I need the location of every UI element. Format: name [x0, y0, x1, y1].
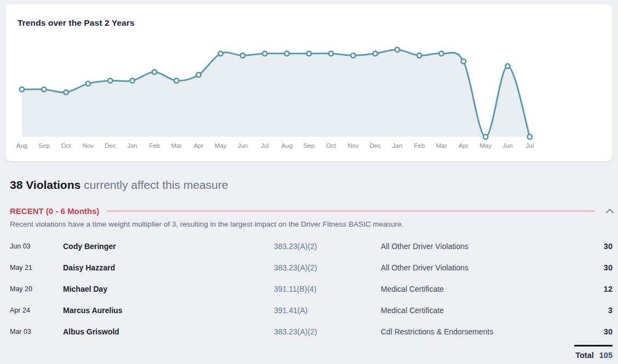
x-axis-label: Nov — [347, 142, 359, 149]
section-divider — [107, 210, 595, 212]
violation-points: 30 — [563, 327, 613, 336]
violation-category: Cdl Restrictions & Endorsements — [381, 327, 563, 336]
data-point-aug-12[interactable] — [284, 51, 289, 56]
driver-name: Daisy Hazzard — [63, 263, 274, 272]
data-point-feb-18[interactable] — [417, 53, 421, 57]
x-axis-label: Sep — [304, 142, 314, 149]
total-rule — [574, 345, 613, 346]
x-axis-label: Sep — [38, 142, 49, 149]
table-row[interactable]: Jun 03Cody Beringer383.23(A)(2)All Other… — [10, 236, 613, 257]
x-axis-label: Feb — [414, 142, 425, 149]
data-point-may-21[interactable] — [483, 135, 488, 139]
trends-card: Trends over the Past 2 Years AugSepOctNo… — [5, 4, 613, 161]
x-axis-label: Aug — [16, 142, 27, 149]
x-axis-label: Mar — [436, 142, 447, 149]
violations-summary-suffix: currently affect this measure — [81, 178, 228, 191]
x-axis-label: Feb — [149, 142, 160, 149]
chart-area-fill — [22, 50, 530, 137]
x-axis-label: Jan — [127, 142, 138, 149]
x-axis-label: Jun — [502, 142, 513, 149]
data-point-may-9[interactable] — [219, 51, 223, 56]
x-axis-label: Jan — [392, 142, 403, 149]
data-point-aug-0[interactable] — [20, 87, 24, 91]
data-point-sep-13[interactable] — [307, 51, 311, 56]
violation-points: 3 — [563, 306, 613, 315]
data-point-jul-11[interactable] — [262, 51, 267, 56]
collapse-section-button[interactable] — [605, 207, 615, 215]
violation-category: Medical Certificate — [381, 306, 563, 315]
table-row[interactable]: May 20Michael Day391.11(B)(4)Medical Cer… — [10, 279, 613, 300]
violation-code-link[interactable]: 383.23(A)(2) — [274, 263, 381, 272]
x-axis-label: Nov — [83, 142, 94, 149]
recent-section-title: RECENT (0 - 6 Months) — [10, 206, 99, 216]
data-point-nov-15[interactable] — [351, 53, 355, 57]
table-row[interactable]: Apr 24Marcus Aurelius391.41(A)Medical Ce… — [10, 299, 613, 321]
x-axis-label: Dec — [105, 142, 116, 149]
data-point-apr-8[interactable] — [196, 73, 201, 77]
driver-name: Marcus Aurelius — [63, 306, 274, 315]
total-value: 105 — [599, 351, 613, 360]
x-axis-label: Jul — [261, 142, 269, 149]
total-label: Total — [575, 351, 594, 360]
violation-points: 12 — [563, 285, 613, 293]
data-point-sep-1[interactable] — [42, 87, 46, 91]
violation-code-link[interactable]: 391.11(B)(4) — [274, 285, 381, 293]
data-point-nov-3[interactable] — [86, 81, 90, 85]
violation-date: Apr 24 — [10, 307, 63, 314]
driver-name: Michael Day — [63, 285, 274, 293]
x-axis-label: May — [215, 142, 227, 149]
data-point-dec-16[interactable] — [373, 51, 377, 56]
violation-code-link[interactable]: 391.41(A) — [274, 306, 381, 315]
data-point-jun-22[interactable] — [505, 64, 510, 68]
violation-date: May 20 — [10, 285, 63, 293]
x-axis-label: Jul — [526, 142, 534, 149]
violation-points: 30 — [563, 242, 613, 251]
data-point-mar-7[interactable] — [174, 78, 179, 83]
x-axis-label: Mar — [171, 142, 182, 149]
violation-date: Jun 03 — [10, 242, 63, 250]
violation-category: All Other Driver Violations — [381, 242, 563, 251]
violation-points: 30 — [563, 263, 613, 272]
data-point-jun-10[interactable] — [241, 53, 245, 57]
driver-name: Cody Beringer — [63, 242, 274, 251]
total-block: Total105 — [574, 345, 613, 360]
x-axis-label: Jun — [238, 142, 248, 149]
x-axis-label: Aug — [281, 142, 292, 149]
data-point-oct-2[interactable] — [64, 90, 68, 94]
x-axis-label: May — [479, 142, 491, 149]
data-point-apr-20[interactable] — [461, 59, 466, 63]
data-point-jul-23[interactable] — [528, 135, 532, 139]
trend-line-chart[interactable]: AugSepOctNovDecJanFebMarAprMayJunJulAugS… — [5, 4, 613, 161]
data-point-dec-4[interactable] — [108, 78, 112, 83]
x-axis-label: Apr — [193, 142, 203, 149]
table-row[interactable]: Mar 03Albus Griswold383.23(A)(2)Cdl Rest… — [10, 321, 613, 342]
table-row[interactable]: May 21Daisy Hazzard383.23(A)(2)All Other… — [10, 257, 613, 279]
driver-name: Albus Griswold — [63, 327, 274, 336]
x-axis-label: Oct — [61, 142, 72, 149]
recent-section-description: Recent violations have a time weight mul… — [10, 220, 404, 228]
violation-code-link[interactable]: 383.23(A)(2) — [274, 242, 381, 251]
data-point-oct-14[interactable] — [329, 51, 333, 56]
violation-date: May 21 — [10, 264, 63, 271]
x-axis-label: Dec — [370, 142, 381, 149]
data-point-mar-19[interactable] — [439, 51, 444, 56]
data-point-feb-6[interactable] — [152, 70, 157, 74]
data-point-jan-17[interactable] — [395, 48, 399, 52]
violation-date: Mar 03 — [10, 328, 63, 336]
x-axis-label: Apr — [459, 142, 468, 149]
violation-category: Medical Certificate — [381, 285, 563, 293]
violation-code-link[interactable]: 383.23(A)(2) — [274, 327, 381, 336]
chevron-up-icon — [605, 209, 614, 213]
data-point-jan-5[interactable] — [130, 78, 134, 83]
violations-summary-heading: 38 Violations currently affect this meas… — [10, 178, 228, 192]
violations-count: 38 Violations — [10, 178, 81, 191]
violations-table: Jun 03Cody Beringer383.23(A)(2)All Other… — [0, 236, 618, 342]
recent-section-header: RECENT (0 - 6 Months) — [10, 206, 615, 216]
violation-category: All Other Driver Violations — [381, 263, 563, 272]
x-axis-label: Oct — [326, 142, 336, 149]
